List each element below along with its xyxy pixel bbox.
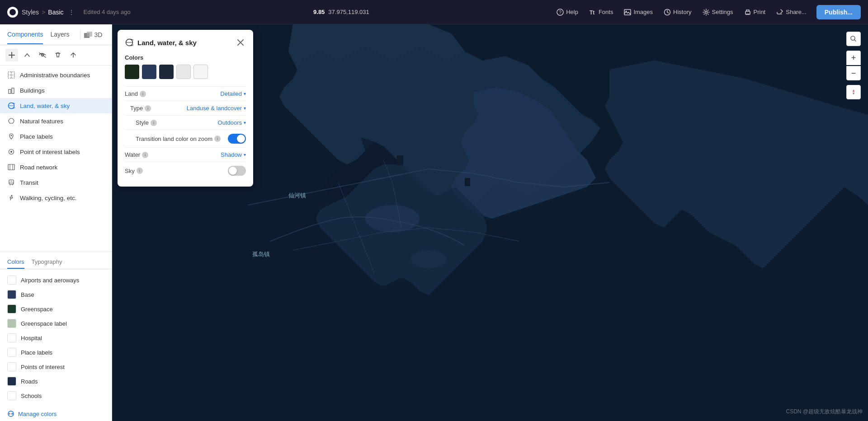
type-info-icon[interactable]: i xyxy=(145,105,151,112)
map-search-button[interactable] xyxy=(846,32,861,46)
tab-colors[interactable]: Colors xyxy=(7,256,24,269)
map-compass-button[interactable] xyxy=(846,85,861,99)
color-item-hospital[interactable]: Hospital xyxy=(0,331,112,345)
land-info-icon[interactable]: i xyxy=(140,91,146,97)
delete-button[interactable] xyxy=(52,49,64,61)
color-swatch-light[interactable] xyxy=(176,65,191,79)
transition-toggle-wrap[interactable] xyxy=(228,134,246,144)
add-component-button[interactable] xyxy=(5,49,18,61)
natural-label: Natural features xyxy=(20,118,63,125)
poi-swatch xyxy=(7,362,16,371)
sidebar-item-natural[interactable]: Natural features xyxy=(0,113,112,129)
sidebar-item-road-network[interactable]: Road network xyxy=(0,159,112,175)
svg-point-26 xyxy=(410,250,447,268)
style-label-wrap: Style i xyxy=(136,119,157,126)
land-dropdown[interactable]: Detailed xyxy=(220,90,242,97)
color-swatch-navy[interactable] xyxy=(159,65,174,79)
color-swatch-blue-dark[interactable] xyxy=(142,65,156,79)
hospital-label: Hospital xyxy=(21,335,42,341)
fonts-button[interactable]: Tt Fonts xyxy=(585,6,618,19)
hospital-swatch xyxy=(7,333,16,342)
breadcrumb-more[interactable]: ⋮ xyxy=(68,9,75,16)
color-item-poi[interactable]: Points of interest xyxy=(0,360,112,374)
color-item-schools[interactable]: Schools xyxy=(0,388,112,403)
sidebar-item-place-labels[interactable]: Place labels xyxy=(0,129,112,144)
hide-button[interactable] xyxy=(36,49,49,61)
type-dropdown[interactable]: Landuse & landcover xyxy=(187,105,242,112)
land-water-sky-panel: Land, water, & sky Colors Land i Detaile… xyxy=(118,30,253,187)
sidebar-item-walking[interactable]: Walking, cycling, etc. xyxy=(0,190,112,206)
map-controls: + − xyxy=(846,32,861,99)
color-item-base[interactable]: Base xyxy=(0,287,112,302)
water-info-icon[interactable]: i xyxy=(142,152,148,158)
breadcrumb-separator: > xyxy=(42,9,45,16)
print-button[interactable]: Print xyxy=(740,6,770,19)
panel-colors-label: Colors xyxy=(125,54,246,61)
place-labels-label: Place labels xyxy=(20,133,53,140)
land-water-sky-label: Land, water, & sky xyxy=(20,103,70,109)
tab-typography[interactable]: Typography xyxy=(32,256,62,269)
svg-rect-28 xyxy=(465,178,470,186)
color-item-roads[interactable]: Roads xyxy=(0,374,112,388)
help-button[interactable]: ? Help xyxy=(552,6,583,19)
share-button[interactable]: Share... xyxy=(772,6,811,19)
sidebar-bottom: Colors Typography Airports and aeroways … xyxy=(0,252,112,421)
tab-layers[interactable]: Layers xyxy=(50,25,69,44)
colors-typography-tabs: Colors Typography xyxy=(0,252,112,269)
sidebar-item-admin[interactable]: Administrative boundaries xyxy=(0,67,112,83)
panel-sky-row: Sky i xyxy=(125,162,246,179)
topbar-center: 9.85 37.975,119.031 xyxy=(131,9,552,15)
color-item-airports[interactable]: Airports and aeroways xyxy=(0,273,112,287)
transit-label: Transit xyxy=(20,179,38,186)
edited-info: Edited 4 days ago xyxy=(84,9,131,15)
sidebar-item-transit[interactable]: Transit xyxy=(0,175,112,190)
sidebar-item-buildings[interactable]: Buildings xyxy=(0,83,112,98)
images-button[interactable]: Images xyxy=(619,6,657,19)
roads-swatch xyxy=(7,377,16,386)
map-zoom-out-button[interactable]: − xyxy=(846,66,861,80)
tab-3d[interactable]: 3D xyxy=(84,31,102,38)
manage-colors-button[interactable]: Manage colors xyxy=(0,407,112,421)
sidebar-item-land-water-sky[interactable]: Land, water, & sky xyxy=(0,98,112,113)
svg-point-21 xyxy=(9,413,10,415)
sky-toggle-wrap[interactable] xyxy=(228,166,246,176)
tab-components[interactable]: Components xyxy=(7,25,43,44)
transition-label-wrap: Transition land color on zoom i xyxy=(136,136,221,142)
move-up-button[interactable] xyxy=(21,49,33,61)
publish-button[interactable]: Publish... xyxy=(816,5,861,19)
svg-rect-17 xyxy=(8,164,14,170)
color-item-greenspace[interactable]: Greenspace xyxy=(0,302,112,316)
sidebar-item-poi[interactable]: Point of interest labels xyxy=(0,144,112,159)
color-item-place-labels[interactable]: Place labels xyxy=(0,345,112,360)
color-swatch-dark-green[interactable] xyxy=(125,65,139,79)
water-dropdown[interactable]: Shadow xyxy=(221,151,242,158)
transition-thumb xyxy=(237,135,245,143)
place-labels-swatch xyxy=(7,348,16,357)
breadcrumb-styles[interactable]: Styles xyxy=(22,9,39,16)
water-label: Water xyxy=(125,151,140,158)
style-info-icon[interactable]: i xyxy=(151,120,157,126)
panel-close-button[interactable] xyxy=(235,37,246,48)
style-dropdown[interactable]: Outdoors xyxy=(218,119,242,126)
move-layer-button[interactable] xyxy=(67,49,80,61)
sky-toggle[interactable] xyxy=(228,166,246,176)
type-chevron: ▾ xyxy=(244,106,246,111)
land-label-wrap: Land i xyxy=(125,90,146,97)
land-chevron: ▾ xyxy=(244,91,246,96)
settings-button[interactable]: Settings xyxy=(698,6,738,19)
map-zoom-in-button[interactable]: + xyxy=(846,51,861,65)
poi-icon xyxy=(7,148,15,156)
place-labels-color-label: Place labels xyxy=(21,349,52,356)
color-swatch-white[interactable] xyxy=(193,65,208,79)
svg-point-6 xyxy=(705,11,707,13)
transition-info-icon[interactable]: i xyxy=(214,136,221,142)
panel-style-row: Style i Outdoors ▾ xyxy=(125,115,246,130)
transition-toggle[interactable] xyxy=(228,134,246,144)
history-button[interactable]: History xyxy=(659,6,696,19)
svg-rect-9 xyxy=(87,32,92,37)
color-item-greenspace-label[interactable]: Greenspace label xyxy=(0,316,112,331)
land-water-sky-icon xyxy=(7,102,15,110)
svg-rect-27 xyxy=(397,155,403,165)
svg-point-25 xyxy=(365,205,420,232)
sky-info-icon[interactable]: i xyxy=(137,168,143,174)
